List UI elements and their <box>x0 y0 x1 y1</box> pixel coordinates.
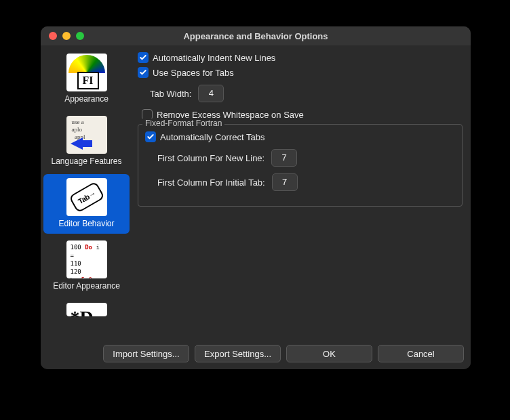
use-spaces-row[interactable]: Use Spaces for Tabs <box>138 67 463 78</box>
auto-indent-row[interactable]: Automatically Indent New Lines <box>138 52 463 63</box>
auto-correct-tabs-row[interactable]: Automatically Correct Tabs <box>145 131 455 142</box>
first-col-tab-label: First Column For Initial Tab: <box>157 177 265 188</box>
editor-behavior-icon: Tab→ <box>66 178 107 216</box>
auto-correct-tabs-label: Automatically Correct Tabs <box>160 132 264 142</box>
sidebar-item-label: Editor Appearance <box>45 281 128 291</box>
close-icon[interactable] <box>49 32 57 40</box>
first-col-newline-label: First Column For New Line: <box>157 153 264 163</box>
first-col-tab-input[interactable]: 7 <box>272 173 298 191</box>
checkbox-checked-icon[interactable] <box>138 52 149 63</box>
checkbox-checked-icon[interactable] <box>138 67 149 78</box>
window-title: Appearance and Behavior Options <box>41 31 471 41</box>
minimize-icon[interactable] <box>62 32 71 40</box>
auto-indent-label: Automatically Indent New Lines <box>153 53 275 63</box>
language-features-icon: use aaplo appl <box>66 116 107 154</box>
sidebar-item-label: Language Features <box>45 156 128 166</box>
zoom-icon[interactable] <box>76 32 84 40</box>
sidebar-item-editor-appearance[interactable]: 100 Do i =110120↳ -5.0 Editor Appearance <box>43 236 130 296</box>
export-settings-button[interactable]: Export Settings... <box>195 345 281 362</box>
fixed-format-legend: Fixed-Format Fortran <box>142 119 224 128</box>
sidebar-item-editor-behavior[interactable]: Tab→ Editor Behavior <box>43 174 130 234</box>
checkbox-checked-icon[interactable] <box>145 131 156 142</box>
tab-width-input[interactable]: 4 <box>198 85 224 102</box>
first-col-newline-row: First Column For New Line: 7 <box>157 149 455 167</box>
sidebar-item-label: Appearance <box>45 94 128 104</box>
fixed-format-group: Fixed-Format Fortran Automatically Corre… <box>138 124 463 207</box>
ok-button[interactable]: OK <box>286 345 372 362</box>
sidebar-item-appearance[interactable]: FI Appearance <box>43 49 130 109</box>
sidebar-item-extra[interactable]: *D.. <box>43 299 130 316</box>
first-col-newline-input[interactable]: 7 <box>271 149 297 167</box>
first-col-tab-row: First Column For Initial Tab: 7 <box>157 173 455 191</box>
import-settings-button[interactable]: Import Settings... <box>103 345 189 362</box>
sidebar-item-language-features[interactable]: use aaplo appl Language Features <box>43 112 130 171</box>
sidebar-item-label: Editor Behavior <box>45 219 128 228</box>
extra-icon: *D.. <box>66 303 107 316</box>
editor-appearance-icon: 100 Do i =110120↳ -5.0 <box>66 240 107 278</box>
appearance-icon: FI <box>66 54 107 91</box>
window-controls <box>41 32 84 40</box>
sidebar: FI Appearance use aaplo appl Language Fe… <box>41 45 132 339</box>
tab-width-label: Tab Width: <box>150 89 191 99</box>
titlebar: Appearance and Behavior Options <box>41 26 471 45</box>
cancel-button[interactable]: Cancel <box>378 345 464 362</box>
use-spaces-label: Use Spaces for Tabs <box>153 68 234 78</box>
preferences-window: Appearance and Behavior Options FI Appea… <box>41 26 471 369</box>
content-panel: Automatically Indent New Lines Use Space… <box>132 45 471 339</box>
tab-width-row: Tab Width: 4 <box>150 85 463 102</box>
button-bar: Import Settings... Export Settings... OK… <box>41 339 471 369</box>
